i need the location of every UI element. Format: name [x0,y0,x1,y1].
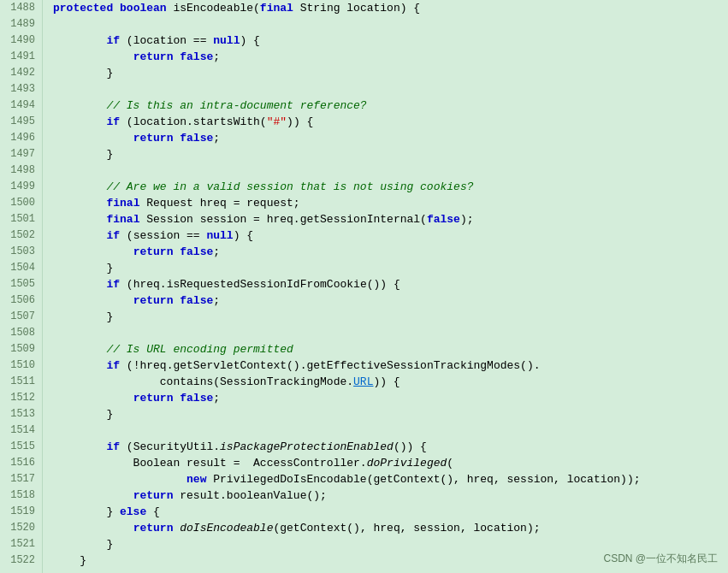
line-number: 1507 [7,309,35,325]
code-text: ; [213,50,220,63]
code-line: final Request hreq = request; [53,195,728,211]
code-text: } [53,262,113,275]
keyword: return [133,489,174,502]
line-number: 1501 [7,211,35,227]
code-line: } [53,146,728,162]
line-number: 1504 [7,260,35,276]
code-line: } [53,309,728,325]
keyword: protected [53,2,113,15]
code-line: return doIsEncodeable(getContext(), hreq… [53,520,728,536]
line-number: 1522 [7,552,35,569]
code-line: contains(SessionTrackingMode.URL)) { [53,374,728,390]
keyword: boolean [120,2,167,15]
code-line [53,81,728,97]
line-number: 1489 [7,16,35,32]
code-text: ; [213,294,220,307]
code-text: )) { [287,115,313,128]
code-text [53,392,133,405]
code-line: protected boolean isEncodeable(final Str… [53,0,728,16]
line-number: 1500 [7,195,35,211]
code-text: ) { [234,229,253,242]
code-text: PrivilegedDoIsEncodable(getContext(), hr… [206,473,640,486]
line-number: 1508 [7,325,35,341]
line-number: 1490 [7,32,35,49]
code-line [53,325,728,341]
keyword: final [260,2,293,15]
line-number: 1509 [7,341,35,357]
code-line: return false; [53,130,728,146]
code-text: (hreq.isRequestedSessionIdFromCookie()) … [120,278,400,291]
code-line: return false; [53,49,728,65]
line-number: 1494 [7,97,35,114]
method-name: isPackageProtectionEnabled [220,440,394,453]
keyword: return [133,522,174,535]
code-area: protected boolean isEncodeable(final Str… [43,0,728,573]
line-number: 1511 [7,374,35,390]
code-text [53,213,106,226]
code-line: return result.booleanValue(); [53,487,728,504]
line-number: 1505 [7,276,35,292]
code-text [53,359,106,372]
keyword: if [106,440,120,453]
line-number: 1513 [7,406,35,422]
keyword: if [106,229,120,242]
code-line [53,422,728,439]
line-number: 1498 [7,162,35,179]
code-text: ( [447,457,453,470]
line-number: 1499 [7,179,35,195]
code-line: new PrivilegedDoIsEncodable(getContext()… [53,471,728,487]
code-text [53,132,133,145]
code-text: ; [213,132,220,145]
code-text: ; [213,392,220,405]
code-line: } else { [53,504,728,520]
code-line: } [53,406,728,422]
string-literal: "#" [267,115,287,128]
watermark: CSDN @一位不知名民工 [603,552,718,566]
keyword: return [133,132,174,145]
code-text: Session session = hreq.getSessionInterna… [139,213,426,226]
line-number: 1520 [7,520,35,536]
code-text: } [53,408,113,421]
code-text [53,473,186,486]
code-text: } [53,310,113,323]
code-line: return false; [53,390,728,406]
code-text: (SecurityUtil. [120,440,220,453]
line-number: 1514 [7,422,35,439]
code-text: ; [213,245,220,258]
code-text: (location.startsWith( [120,115,267,128]
code-text [53,50,133,63]
line-number: 1502 [7,227,35,244]
keyword: return [133,245,174,258]
code-line: return false; [53,244,728,260]
code-line: if (SecurityUtil.isPackageProtectionEnab… [53,439,728,455]
code-container: 1488148914901491149214931494149514961497… [0,0,728,573]
code-text: } [53,148,113,161]
line-numbers: 1488148914901491149214931494149514961497… [0,0,43,573]
code-text: } [53,67,113,80]
code-text [113,2,120,15]
line-number: 1496 [7,130,35,146]
code-line: if (!hreq.getServletContext().getEffecti… [53,357,728,374]
line-number: 1515 [7,439,35,455]
keyword: if [106,359,120,372]
keyword: else [120,505,146,518]
code-text [53,34,106,47]
code-text [53,115,106,128]
code-text [53,197,106,210]
code-line: if (location.startsWith("#")) { [53,114,728,130]
comment: // Is URL encoding permitted [53,343,293,356]
code-text: ); [460,213,474,226]
line-number: 1510 [7,357,35,374]
code-line: // Are we in a valid session that is not… [53,179,728,195]
code-line [53,16,728,32]
keyword: final [106,197,139,210]
code-line: if (hreq.isRequestedSessionIdFromCookie(… [53,276,728,292]
code-text [53,522,133,535]
line-number: 1503 [7,244,35,260]
code-line: if (session == null) { [53,227,728,244]
keyword: null [206,229,233,242]
line-number: 1495 [7,114,35,130]
code-text [53,440,106,453]
line-number: 1519 [7,504,35,520]
code-text [53,294,133,307]
